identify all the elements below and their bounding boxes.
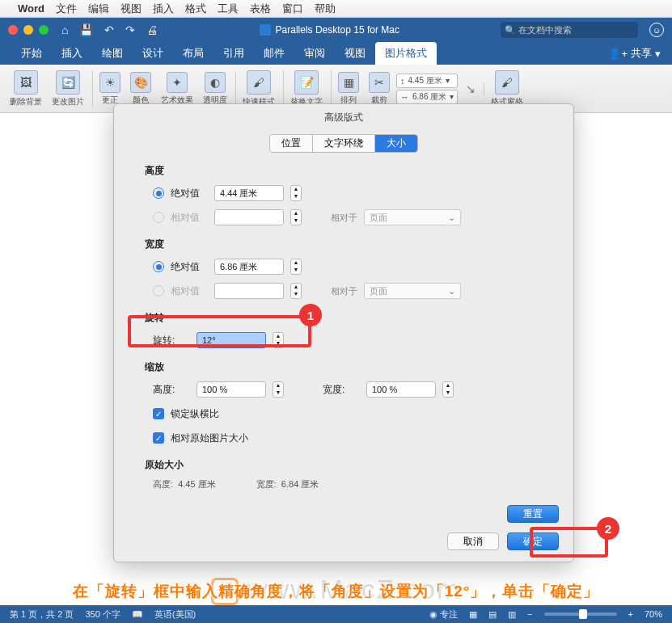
- width-absolute-label: 绝对值: [171, 260, 208, 274]
- menu-help[interactable]: 帮助: [315, 2, 336, 16]
- tab-design[interactable]: 设计: [133, 42, 173, 65]
- statusbar: 第 1 页，共 2 页 350 个字 📖 英语(美国) ◉ 专注 ▦ ▤ ▥ −…: [0, 605, 672, 623]
- lock-aspect-label: 锁定纵横比: [171, 407, 219, 421]
- zoom-in-icon[interactable]: +: [628, 609, 633, 619]
- scale-height-input[interactable]: 100 %: [197, 381, 266, 398]
- app-name[interactable]: Word: [18, 2, 44, 15]
- color-button[interactable]: 🎨颜色: [127, 72, 154, 106]
- print-icon[interactable]: 🖨: [146, 23, 158, 36]
- width-relto-dropdown: 页面: [364, 283, 461, 299]
- zoom-out-icon[interactable]: −: [527, 609, 532, 619]
- dialog-tabs: 位置 文字环绕 大小: [269, 134, 418, 153]
- tab-home[interactable]: 开始: [11, 42, 52, 65]
- menu-window[interactable]: 窗口: [282, 2, 303, 16]
- tab-review[interactable]: 审阅: [294, 42, 335, 65]
- zoom-value[interactable]: 70%: [645, 609, 662, 619]
- tab-view[interactable]: 视图: [335, 42, 375, 65]
- scale-w-stepper[interactable]: ▲▼: [442, 381, 454, 398]
- tab-text-wrap[interactable]: 文字环绕: [313, 135, 375, 152]
- minimize-icon[interactable]: [23, 25, 33, 35]
- menu-table[interactable]: 表格: [250, 2, 271, 16]
- crop-button[interactable]: ✂裁剪: [366, 72, 393, 106]
- change-pic-button[interactable]: 🔄更改图片: [49, 70, 93, 107]
- cancel-button[interactable]: 取消: [447, 532, 499, 550]
- lock-aspect-checkbox[interactable]: [153, 408, 164, 419]
- format-pane-button[interactable]: 🖌格式窗格: [488, 70, 526, 107]
- tab-references[interactable]: 引用: [213, 42, 254, 65]
- quick-style-button[interactable]: 🖌快速样式: [239, 70, 284, 107]
- traffic-lights: [8, 25, 49, 35]
- focus-mode-button[interactable]: ◉ 专注: [429, 608, 458, 621]
- width-absolute-radio[interactable]: [153, 261, 164, 272]
- tab-mailings[interactable]: 邮件: [254, 42, 294, 65]
- status-page[interactable]: 第 1 页，共 2 页: [10, 608, 74, 621]
- width-absolute-input[interactable]: 6.86 厘米: [214, 259, 284, 275]
- width-stepper[interactable]: ▲▼: [290, 259, 302, 275]
- redo-icon[interactable]: ↷: [125, 23, 135, 36]
- document-title: Parallels Desktop 15 for Mac: [158, 24, 501, 36]
- save-icon[interactable]: 💾: [79, 23, 93, 36]
- tab-size[interactable]: 大小: [375, 135, 417, 152]
- tab-layout[interactable]: 布局: [173, 42, 213, 65]
- ok-button[interactable]: 确定: [507, 532, 559, 550]
- zoom-slider[interactable]: [544, 612, 617, 616]
- original-section-title: 原始大小: [145, 458, 543, 472]
- remove-bg-button[interactable]: 🖼删除背景: [6, 70, 45, 107]
- quick-toolbar: ⌂ 💾 ↶ ↷ 🖨: [61, 23, 158, 36]
- height-relto-label: 相对于: [331, 212, 357, 224]
- status-spell-icon[interactable]: 📖: [132, 609, 143, 620]
- menu-edit[interactable]: 编辑: [88, 2, 109, 16]
- annotation-badge-2: 2: [597, 517, 619, 540]
- height-relative-radio: [153, 212, 164, 223]
- tab-picture-format[interactable]: 图片格式: [375, 42, 437, 65]
- status-words[interactable]: 350 个字: [85, 608, 120, 621]
- menu-file[interactable]: 文件: [56, 2, 77, 16]
- view-print-icon[interactable]: ▦: [469, 609, 477, 620]
- width-relative-radio: [153, 285, 164, 297]
- status-lang[interactable]: 英语(美国): [154, 608, 196, 621]
- expand-icon[interactable]: ↘: [466, 82, 475, 95]
- menu-insert[interactable]: 插入: [153, 2, 174, 16]
- search-input[interactable]: 在文档中搜索: [501, 22, 638, 38]
- tab-position[interactable]: 位置: [270, 135, 313, 152]
- height-stepper[interactable]: ▲▼: [290, 185, 302, 201]
- width-relative-input: [214, 283, 284, 299]
- relative-orig-checkbox[interactable]: [153, 432, 164, 444]
- tab-draw[interactable]: 绘图: [92, 42, 133, 65]
- relative-orig-label: 相对原始图片大小: [171, 431, 248, 445]
- height-relative-label: 相对值: [171, 211, 208, 225]
- home-icon[interactable]: ⌂: [61, 23, 68, 36]
- size-inputs: 4.45 厘米 ▾ 6.86 厘米 ▾: [396, 74, 458, 104]
- rotation-stepper[interactable]: ▲▼: [273, 332, 284, 348]
- share-button[interactable]: 👤+ 共享 ▾: [608, 46, 661, 61]
- height-absolute-input[interactable]: 4.44 厘米: [214, 185, 284, 201]
- replace-text-button[interactable]: 📝替换文字: [287, 70, 332, 107]
- reset-button[interactable]: 重置: [507, 505, 559, 523]
- menu-tools[interactable]: 工具: [218, 2, 239, 16]
- corrections-button[interactable]: ☀更正: [96, 72, 124, 106]
- scale-width-label: 宽度:: [323, 383, 360, 397]
- arrange-button[interactable]: ▦排列: [335, 72, 362, 106]
- user-icon[interactable]: ☺: [649, 23, 664, 37]
- scale-width-input[interactable]: 100 %: [366, 381, 436, 398]
- maximize-icon[interactable]: [39, 25, 49, 35]
- menu-format[interactable]: 格式: [185, 2, 206, 16]
- artistic-button[interactable]: ✦艺术效果: [158, 72, 197, 106]
- scale-h-stepper[interactable]: ▲▼: [273, 381, 284, 398]
- dialog-title: 高级版式: [114, 104, 573, 134]
- view-web-icon[interactable]: ▤: [488, 609, 497, 620]
- height-input[interactable]: 4.45 厘米 ▾: [396, 74, 458, 88]
- transparency-button[interactable]: ◐透明度: [200, 72, 236, 106]
- ribbon-tabs: 开始 插入 绘图 设计 布局 引用 邮件 审阅 视图 图片格式 👤+ 共享 ▾: [0, 42, 672, 65]
- menu-view[interactable]: 视图: [120, 2, 142, 16]
- width-input[interactable]: 6.86 厘米 ▾: [396, 90, 458, 104]
- close-icon[interactable]: [8, 25, 18, 35]
- view-outline-icon[interactable]: ▥: [508, 609, 516, 620]
- undo-icon[interactable]: ↶: [104, 23, 114, 36]
- window-titlebar: ⌂ 💾 ↶ ↷ 🖨 Parallels Desktop 15 for Mac 在…: [0, 18, 672, 42]
- tab-insert[interactable]: 插入: [52, 42, 92, 65]
- rotation-input[interactable]: 12°: [197, 332, 266, 348]
- height-absolute-radio[interactable]: [153, 187, 164, 199]
- instruction-caption: 在「旋转」框中输入精确角度，将「角度」设置为「12°」，单击「确定」: [0, 581, 672, 602]
- height-relto-dropdown: 页面: [364, 209, 461, 225]
